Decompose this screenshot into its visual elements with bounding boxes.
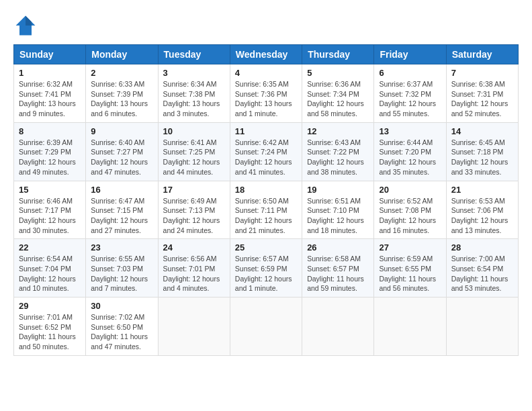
day-number: 27 (379, 242, 441, 253)
day-cell: 2Sunrise: 6:33 AMSunset: 7:39 PMDaylight… (86, 64, 158, 123)
day-cell: 4Sunrise: 6:35 AMSunset: 7:36 PMDaylight… (230, 64, 302, 123)
day-number: 12 (307, 126, 369, 136)
day-cell (158, 298, 230, 356)
week-row: 22Sunrise: 6:54 AMSunset: 7:04 PMDayligh… (14, 239, 519, 298)
day-cell: 11Sunrise: 6:42 AMSunset: 7:24 PMDayligh… (230, 122, 302, 181)
day-number: 30 (91, 301, 152, 311)
day-info: Sunrise: 6:41 AMSunset: 7:25 PMDaylight:… (163, 138, 225, 177)
day-cell: 17Sunrise: 6:49 AMSunset: 7:13 PMDayligh… (158, 181, 230, 239)
day-cell: 20Sunrise: 6:52 AMSunset: 7:08 PMDayligh… (374, 181, 446, 239)
day-info: Sunrise: 6:54 AMSunset: 7:04 PMDaylight:… (19, 254, 81, 293)
day-cell: 23Sunrise: 6:55 AMSunset: 7:03 PMDayligh… (86, 239, 158, 298)
day-number: 24 (163, 242, 225, 253)
day-info: Sunrise: 6:34 AMSunset: 7:38 PMDaylight:… (163, 79, 225, 119)
day-cell: 3Sunrise: 6:34 AMSunset: 7:38 PMDaylight… (158, 64, 230, 123)
day-cell: 24Sunrise: 6:56 AMSunset: 7:01 PMDayligh… (158, 239, 230, 298)
day-number: 1 (19, 68, 81, 78)
day-info: Sunrise: 6:42 AMSunset: 7:24 PMDaylight:… (235, 138, 297, 177)
day-info: Sunrise: 6:32 AMSunset: 7:41 PMDaylight:… (19, 79, 81, 119)
day-number: 3 (163, 68, 225, 78)
day-cell: 18Sunrise: 6:50 AMSunset: 7:11 PMDayligh… (230, 181, 302, 239)
day-number: 29 (19, 301, 81, 311)
day-number: 5 (307, 68, 369, 78)
day-cell: 16Sunrise: 6:47 AMSunset: 7:15 PMDayligh… (86, 181, 158, 239)
day-cell: 14Sunrise: 6:45 AMSunset: 7:18 PMDayligh… (446, 122, 518, 181)
day-number: 23 (91, 242, 152, 253)
day-info: Sunrise: 6:44 AMSunset: 7:20 PMDaylight:… (379, 138, 441, 177)
day-cell: 1Sunrise: 6:32 AMSunset: 7:41 PMDaylight… (14, 64, 86, 123)
day-number: 25 (235, 242, 297, 253)
day-cell: 8Sunrise: 6:39 AMSunset: 7:29 PMDaylight… (14, 122, 86, 181)
day-cell: 19Sunrise: 6:51 AMSunset: 7:10 PMDayligh… (302, 181, 374, 239)
day-number: 22 (19, 242, 81, 253)
day-number: 2 (91, 68, 152, 78)
week-row: 8Sunrise: 6:39 AMSunset: 7:29 PMDaylight… (14, 122, 519, 181)
day-number: 6 (379, 68, 441, 78)
day-info: Sunrise: 6:53 AMSunset: 7:06 PMDaylight:… (451, 196, 513, 236)
day-cell (230, 298, 302, 356)
week-row: 1Sunrise: 6:32 AMSunset: 7:41 PMDaylight… (14, 64, 519, 123)
day-number: 26 (307, 242, 369, 253)
day-info: Sunrise: 6:43 AMSunset: 7:22 PMDaylight:… (307, 138, 369, 177)
day-info: Sunrise: 6:40 AMSunset: 7:27 PMDaylight:… (91, 138, 152, 177)
logo-icon (13, 13, 38, 38)
day-info: Sunrise: 6:45 AMSunset: 7:18 PMDaylight:… (451, 138, 513, 177)
page-header (13, 13, 519, 38)
col-header-wednesday: Wednesday (230, 45, 302, 64)
day-cell: 25Sunrise: 6:57 AMSunset: 6:59 PMDayligh… (230, 239, 302, 298)
day-number: 28 (451, 242, 513, 253)
day-info: Sunrise: 6:37 AMSunset: 7:32 PMDaylight:… (379, 79, 441, 119)
day-info: Sunrise: 6:56 AMSunset: 7:01 PMDaylight:… (163, 254, 225, 293)
day-number: 20 (379, 185, 441, 195)
day-cell: 12Sunrise: 6:43 AMSunset: 7:22 PMDayligh… (302, 122, 374, 181)
day-number: 13 (379, 126, 441, 136)
day-info: Sunrise: 6:39 AMSunset: 7:29 PMDaylight:… (19, 138, 81, 177)
day-cell: 6Sunrise: 6:37 AMSunset: 7:32 PMDaylight… (374, 64, 446, 123)
day-info: Sunrise: 6:49 AMSunset: 7:13 PMDaylight:… (163, 196, 225, 236)
day-cell: 9Sunrise: 6:40 AMSunset: 7:27 PMDaylight… (86, 122, 158, 181)
day-info: Sunrise: 6:36 AMSunset: 7:34 PMDaylight:… (307, 79, 369, 119)
day-number: 7 (451, 68, 513, 78)
week-row: 15Sunrise: 6:46 AMSunset: 7:17 PMDayligh… (14, 181, 519, 239)
col-header-friday: Friday (374, 45, 446, 64)
day-info: Sunrise: 6:55 AMSunset: 7:03 PMDaylight:… (91, 254, 152, 293)
col-header-monday: Monday (86, 45, 158, 64)
day-number: 15 (19, 185, 81, 195)
calendar: SundayMondayTuesdayWednesdayThursdayFrid… (13, 44, 519, 356)
logo (13, 13, 40, 38)
day-number: 11 (235, 126, 297, 136)
day-cell: 27Sunrise: 6:59 AMSunset: 6:55 PMDayligh… (374, 239, 446, 298)
day-cell: 5Sunrise: 6:36 AMSunset: 7:34 PMDaylight… (302, 64, 374, 123)
day-number: 10 (163, 126, 225, 136)
svg-marker-1 (26, 16, 32, 26)
day-cell: 28Sunrise: 7:00 AMSunset: 6:54 PMDayligh… (446, 239, 518, 298)
col-header-saturday: Saturday (446, 45, 518, 64)
day-info: Sunrise: 6:58 AMSunset: 6:57 PMDaylight:… (307, 254, 369, 293)
day-cell: 21Sunrise: 6:53 AMSunset: 7:06 PMDayligh… (446, 181, 518, 239)
day-info: Sunrise: 6:46 AMSunset: 7:17 PMDaylight:… (19, 196, 81, 236)
col-header-sunday: Sunday (14, 45, 86, 64)
day-info: Sunrise: 6:57 AMSunset: 6:59 PMDaylight:… (235, 254, 297, 293)
day-info: Sunrise: 6:50 AMSunset: 7:11 PMDaylight:… (235, 196, 297, 236)
col-header-tuesday: Tuesday (158, 45, 230, 64)
day-cell: 13Sunrise: 6:44 AMSunset: 7:20 PMDayligh… (374, 122, 446, 181)
day-info: Sunrise: 6:33 AMSunset: 7:39 PMDaylight:… (91, 79, 152, 119)
day-cell: 7Sunrise: 6:38 AMSunset: 7:31 PMDaylight… (446, 64, 518, 123)
day-number: 14 (451, 126, 513, 136)
day-info: Sunrise: 6:59 AMSunset: 6:55 PMDaylight:… (379, 254, 441, 293)
day-info: Sunrise: 7:01 AMSunset: 6:52 PMDaylight:… (19, 312, 81, 352)
day-number: 17 (163, 185, 225, 195)
day-cell (446, 298, 518, 356)
day-cell (302, 298, 374, 356)
day-number: 16 (91, 185, 152, 195)
day-info: Sunrise: 6:51 AMSunset: 7:10 PMDaylight:… (307, 196, 369, 236)
day-cell (374, 298, 446, 356)
day-info: Sunrise: 7:00 AMSunset: 6:54 PMDaylight:… (451, 254, 513, 293)
week-row: 29Sunrise: 7:01 AMSunset: 6:52 PMDayligh… (14, 298, 519, 356)
day-number: 8 (19, 126, 81, 136)
day-cell: 30Sunrise: 7:02 AMSunset: 6:50 PMDayligh… (86, 298, 158, 356)
day-cell: 29Sunrise: 7:01 AMSunset: 6:52 PMDayligh… (14, 298, 86, 356)
day-number: 18 (235, 185, 297, 195)
day-info: Sunrise: 6:52 AMSunset: 7:08 PMDaylight:… (379, 196, 441, 236)
day-number: 4 (235, 68, 297, 78)
